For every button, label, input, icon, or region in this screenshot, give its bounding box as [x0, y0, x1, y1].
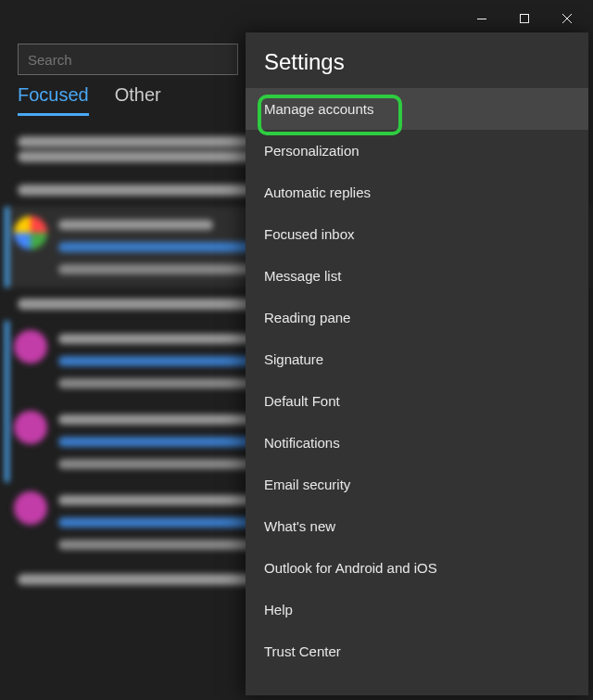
settings-item-email-security[interactable]: Email security: [246, 464, 588, 505]
titlebar: [5, 5, 588, 32]
tab-other[interactable]: Other: [115, 84, 161, 116]
search-input[interactable]: [28, 52, 228, 68]
settings-item-signature[interactable]: Signature: [246, 338, 588, 380]
selection-indicator: [5, 207, 9, 287]
tab-focused[interactable]: Focused: [18, 84, 89, 116]
settings-item-manage-accounts[interactable]: Manage accounts: [246, 88, 588, 130]
settings-item-outlook-mobile[interactable]: Outlook for Android and iOS: [246, 547, 588, 589]
minimize-button[interactable]: [461, 5, 503, 32]
settings-item-whats-new[interactable]: What's new: [246, 505, 588, 547]
svg-rect-1: [521, 15, 529, 23]
settings-panel: Settings Manage accounts Personalization…: [246, 32, 588, 695]
settings-item-help[interactable]: Help: [246, 589, 588, 630]
close-button[interactable]: [546, 5, 588, 32]
search-input-container[interactable]: [18, 44, 238, 75]
selection-indicator: [5, 401, 9, 482]
settings-item-default-font[interactable]: Default Font: [246, 380, 588, 422]
avatar: [14, 491, 47, 525]
settings-item-notifications[interactable]: Notifications: [246, 422, 588, 464]
avatar: [14, 411, 47, 444]
settings-item-automatic-replies[interactable]: Automatic replies: [246, 172, 588, 213]
avatar: [14, 330, 47, 363]
selection-indicator: [5, 321, 9, 401]
settings-item-message-list[interactable]: Message list: [246, 255, 588, 297]
svg-rect-0: [477, 19, 486, 19]
settings-title: Settings: [246, 32, 588, 88]
avatar: [14, 216, 47, 249]
settings-item-trust-center[interactable]: Trust Center: [246, 630, 588, 672]
settings-item-personalization[interactable]: Personalization: [246, 130, 588, 172]
maximize-button[interactable]: [503, 5, 546, 32]
settings-item-focused-inbox[interactable]: Focused inbox: [246, 213, 588, 255]
settings-item-reading-pane[interactable]: Reading pane: [246, 297, 588, 338]
